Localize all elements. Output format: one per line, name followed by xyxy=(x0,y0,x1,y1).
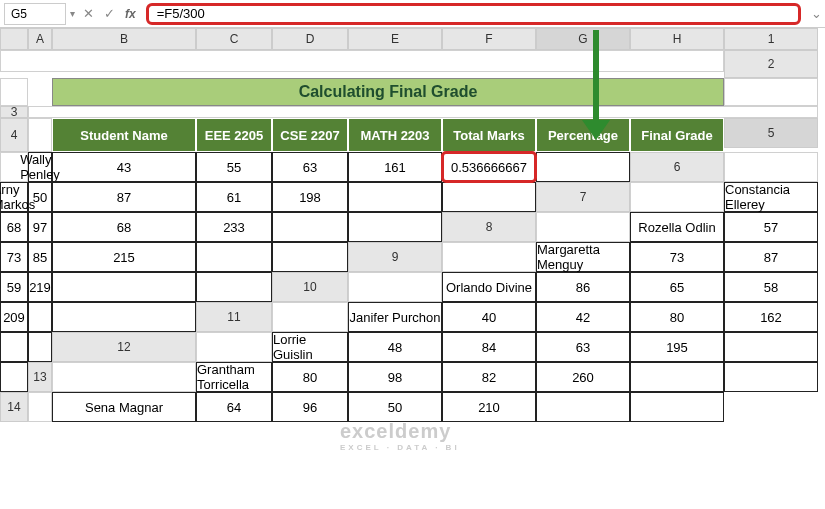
cell[interactable] xyxy=(272,302,348,332)
cell[interactable]: 82 xyxy=(442,362,536,392)
cell[interactable] xyxy=(28,118,52,152)
cell[interactable] xyxy=(348,182,442,212)
row-header-8[interactable]: 8 xyxy=(442,212,536,242)
cell[interactable]: 84 xyxy=(442,332,536,362)
cell[interactable]: 48 xyxy=(348,332,442,362)
cell-name[interactable]: Margaretta Menguy xyxy=(536,242,630,272)
cell[interactable]: 43 xyxy=(52,152,196,182)
cell[interactable]: 86 xyxy=(536,272,630,302)
cell[interactable] xyxy=(536,152,630,182)
cell[interactable]: 219 xyxy=(28,272,52,302)
cell[interactable] xyxy=(28,106,818,118)
cell[interactable]: 96 xyxy=(272,392,348,422)
row-header-10[interactable]: 10 xyxy=(272,272,348,302)
th-name[interactable]: Student Name xyxy=(52,118,196,152)
col-header-D[interactable]: D xyxy=(272,28,348,50)
cell[interactable]: 162 xyxy=(724,302,818,332)
th-c1[interactable]: EEE 2205 xyxy=(196,118,272,152)
row-header-14[interactable]: 14 xyxy=(0,392,28,422)
row-header-1[interactable]: 1 xyxy=(724,28,818,50)
cell-name[interactable]: Sena Magnar xyxy=(52,392,196,422)
cell[interactable]: 50 xyxy=(28,182,52,212)
cell-name[interactable]: Constancia Ellerey xyxy=(724,182,818,212)
cell[interactable] xyxy=(52,362,196,392)
cell[interactable]: 80 xyxy=(272,362,348,392)
th-pct[interactable]: Percentage xyxy=(536,118,630,152)
cell[interactable]: 58 xyxy=(724,272,818,302)
cell-name[interactable]: Arny Markos xyxy=(0,182,28,212)
cell[interactable] xyxy=(724,78,818,106)
cell[interactable] xyxy=(442,182,536,212)
cell[interactable] xyxy=(630,182,724,212)
cell-name[interactable]: Wally Penley xyxy=(28,152,52,182)
cell-name[interactable]: Janifer Purchon xyxy=(348,302,442,332)
cell[interactable] xyxy=(28,392,52,422)
cell[interactable] xyxy=(28,302,52,332)
cell[interactable] xyxy=(630,362,724,392)
col-header-G[interactable]: G xyxy=(536,28,630,50)
cell[interactable]: 63 xyxy=(536,332,630,362)
col-header-B[interactable]: B xyxy=(52,28,196,50)
row-header-6[interactable]: 6 xyxy=(630,152,724,182)
row-header-9[interactable]: 9 xyxy=(348,242,442,272)
cell-G5-selected[interactable]: 0.536666667 xyxy=(442,152,536,182)
cell[interactable] xyxy=(724,362,818,392)
th-grade[interactable]: Final Grade xyxy=(630,118,724,152)
cell[interactable]: 63 xyxy=(272,152,348,182)
cell[interactable]: 73 xyxy=(630,242,724,272)
cell[interactable]: 233 xyxy=(196,212,272,242)
cell[interactable] xyxy=(196,332,272,362)
cell[interactable] xyxy=(0,50,724,72)
cell[interactable] xyxy=(196,272,272,302)
cell[interactable]: 65 xyxy=(630,272,724,302)
cell[interactable] xyxy=(724,332,818,362)
cell[interactable] xyxy=(0,332,28,362)
cell[interactable] xyxy=(630,392,724,422)
cell[interactable]: 80 xyxy=(630,302,724,332)
cell[interactable]: 55 xyxy=(196,152,272,182)
cell[interactable] xyxy=(442,242,536,272)
cell[interactable] xyxy=(348,212,442,242)
cell[interactable]: 215 xyxy=(52,242,196,272)
cell[interactable]: 97 xyxy=(28,212,52,242)
cell[interactable]: 59 xyxy=(0,272,28,302)
col-header-A[interactable]: A xyxy=(28,28,52,50)
fx-icon[interactable]: fx xyxy=(125,7,136,21)
row-header-13[interactable]: 13 xyxy=(28,362,52,392)
cell[interactable] xyxy=(28,332,52,362)
cell[interactable] xyxy=(52,302,196,332)
cell[interactable] xyxy=(0,362,28,392)
cell[interactable]: 87 xyxy=(724,242,818,272)
col-header-F[interactable]: F xyxy=(442,28,536,50)
title-cell[interactable]: Calculating Final Grade xyxy=(52,78,724,106)
row-header-12[interactable]: 12 xyxy=(52,332,196,362)
cell[interactable] xyxy=(724,152,818,182)
cell[interactable]: 209 xyxy=(0,302,28,332)
row-header-3[interactable]: 3 xyxy=(0,106,28,118)
cell[interactable]: 68 xyxy=(52,212,196,242)
cell[interactable]: 73 xyxy=(0,242,28,272)
cell[interactable] xyxy=(196,242,272,272)
cell[interactable]: 98 xyxy=(348,362,442,392)
th-total[interactable]: Total Marks xyxy=(442,118,536,152)
row-header-5[interactable]: 5 xyxy=(724,118,818,148)
cell[interactable]: 210 xyxy=(442,392,536,422)
cell[interactable] xyxy=(272,242,348,272)
cell[interactable]: 68 xyxy=(0,212,28,242)
cell[interactable]: 85 xyxy=(28,242,52,272)
cell[interactable] xyxy=(272,212,348,242)
col-header-H[interactable]: H xyxy=(630,28,724,50)
cell[interactable] xyxy=(536,392,630,422)
th-c3[interactable]: MATH 2203 xyxy=(348,118,442,152)
cell[interactable]: 57 xyxy=(724,212,818,242)
formula-expand-icon[interactable]: ⌄ xyxy=(807,6,825,21)
cancel-icon[interactable]: ✕ xyxy=(83,6,94,21)
cell-name[interactable]: Rozella Odlin xyxy=(630,212,724,242)
cell[interactable]: 42 xyxy=(536,302,630,332)
row-header-2[interactable]: 2 xyxy=(724,50,818,78)
formula-input[interactable]: =F5/300 xyxy=(146,3,801,25)
cell[interactable]: 50 xyxy=(348,392,442,422)
cell[interactable]: 161 xyxy=(348,152,442,182)
enter-icon[interactable]: ✓ xyxy=(104,6,115,21)
cell[interactable]: 40 xyxy=(442,302,536,332)
